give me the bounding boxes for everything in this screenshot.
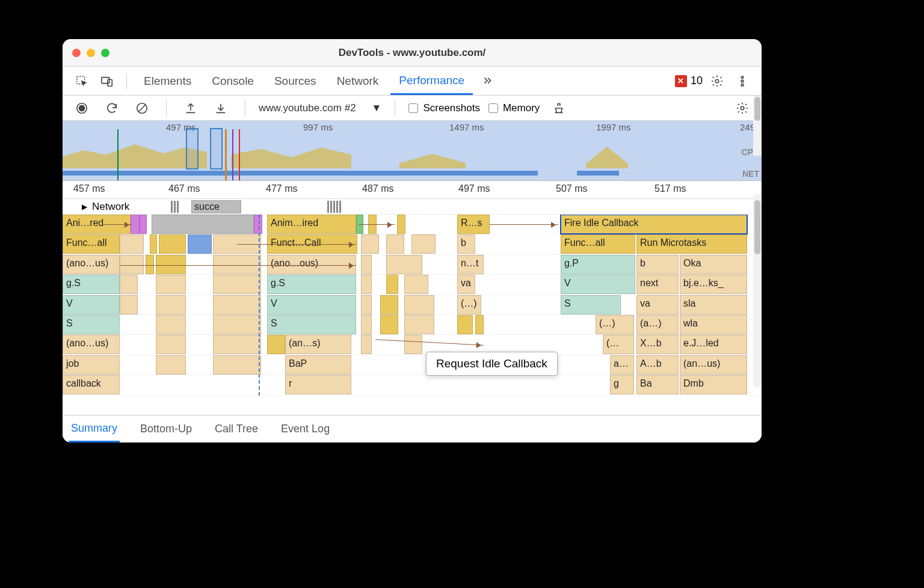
tab-performance[interactable]: Performance	[390, 68, 473, 95]
tab-eventlog[interactable]: Event Log	[279, 417, 332, 441]
screenshots-checkbox[interactable]: Screenshots	[408, 102, 480, 114]
chevron-right-icon: ▶	[82, 203, 87, 211]
scrollbar[interactable]	[753, 96, 762, 156]
tab-elements[interactable]: Elements	[135, 69, 200, 94]
settings-icon[interactable]	[706, 70, 728, 92]
titlebar: DevTools - www.youtube.com/	[63, 39, 762, 67]
scrollbar[interactable]	[753, 194, 762, 387]
playhead[interactable]	[259, 215, 260, 396]
network-item[interactable]: succe	[191, 200, 241, 213]
overview-selection-left[interactable]	[186, 128, 199, 170]
svg-point-4	[741, 76, 744, 78]
memory-checkbox[interactable]: Memory	[488, 102, 540, 114]
gc-icon[interactable]	[548, 97, 570, 119]
details-tabs: Summary Bottom-Up Call Tree Event Log	[63, 415, 762, 443]
timeline-overview[interactable]: 497 ms 997 ms 1497 ms 1997 ms 249 CPU NE…	[63, 121, 762, 181]
device-icon[interactable]	[96, 70, 118, 92]
svg-point-6	[741, 84, 744, 86]
error-count: 10	[691, 75, 703, 87]
tab-sources[interactable]: Sources	[266, 69, 325, 94]
window-title: DevTools - www.youtube.com/	[63, 47, 762, 59]
flame-block[interactable]: R…s	[457, 215, 490, 234]
tab-bottomup[interactable]: Bottom-Up	[138, 417, 194, 441]
close-icon[interactable]	[72, 49, 81, 57]
svg-rect-2	[108, 79, 112, 86]
minimize-icon[interactable]	[87, 49, 95, 57]
zoom-icon[interactable]	[101, 49, 109, 57]
svg-point-3	[715, 79, 719, 83]
flame-block-selected[interactable]: Fire Idle Callback	[561, 215, 747, 234]
more-tabs-icon[interactable]	[476, 70, 498, 92]
kebab-icon[interactable]	[732, 70, 753, 92]
flame-block[interactable]: Anim…ired	[267, 215, 356, 234]
devtools-window: DevTools - www.youtube.com/ Elements Con…	[63, 39, 762, 443]
error-badge[interactable]: ✕ 10	[675, 75, 703, 87]
traffic-lights	[72, 49, 109, 57]
recording-select[interactable]: www.youtube.com #2 ▼	[259, 102, 381, 114]
clear-icon[interactable]	[131, 97, 153, 119]
upload-icon[interactable]	[180, 97, 202, 119]
reload-icon[interactable]	[101, 97, 123, 119]
chevron-down-icon: ▼	[372, 102, 382, 114]
svg-point-8	[79, 105, 84, 111]
main-tabs: Elements Console Sources Network Perform…	[63, 67, 762, 96]
svg-point-5	[741, 80, 744, 82]
record-icon[interactable]	[71, 97, 93, 119]
svg-point-10	[741, 106, 744, 110]
tooltip: Request Idle Callback	[426, 352, 558, 376]
perf-toolbar: www.youtube.com #2 ▼ Screenshots Memory	[63, 96, 762, 121]
svg-rect-1	[102, 77, 109, 83]
tab-console[interactable]: Console	[203, 69, 262, 94]
network-track[interactable]: ▶ Network succe	[63, 199, 762, 215]
tab-summary[interactable]: Summary	[69, 416, 120, 443]
ruler[interactable]: 457 ms 467 ms 477 ms 487 ms 497 ms 507 m…	[63, 181, 762, 199]
error-icon: ✕	[675, 75, 687, 87]
flame-chart[interactable]: Ani…red Anim…ired R…s Fire Idle Callback…	[63, 215, 762, 396]
overview-selection-right[interactable]	[210, 128, 223, 170]
capture-settings-icon[interactable]	[732, 97, 753, 119]
download-icon[interactable]	[210, 97, 232, 119]
tab-network[interactable]: Network	[328, 69, 387, 94]
net-label: NET	[742, 169, 759, 179]
divider	[126, 73, 127, 89]
network-label: Network	[92, 201, 129, 213]
tab-calltree[interactable]: Call Tree	[212, 417, 260, 441]
inspect-icon[interactable]	[71, 70, 93, 92]
